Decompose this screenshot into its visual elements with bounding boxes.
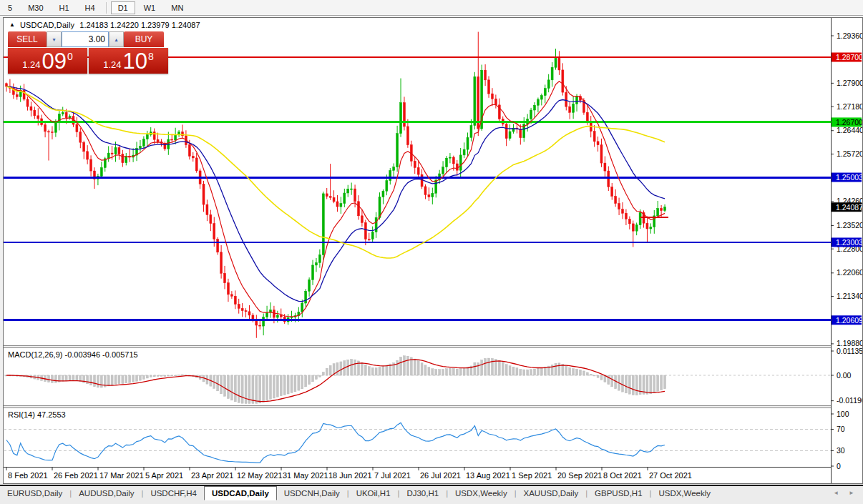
chart-tab-usdx-weekly[interactable]: USDX,Weekly	[651, 486, 718, 500]
one-click-trade-widget: SELL ▾ ▴ BUY 1.24090 1.24108	[8, 31, 168, 74]
timeframe-button-mn[interactable]: MN	[164, 1, 190, 14]
timeframe-toolbar: 5M30H1H4D1W1MN	[0, 0, 863, 16]
buy-button[interactable]: BUY	[124, 31, 164, 47]
level-price-badge-1.26700: 1.26700	[832, 117, 862, 127]
chart-ohlc-values: 1.24183 1.24220 1.23979 1.24087	[79, 21, 200, 29]
macd-indicator-label: MACD(12,26,9) -0.003946 -0.005715	[8, 350, 138, 359]
price-axis-tick-label: 1.26440	[837, 126, 862, 134]
chart-tab-usdx-weekly[interactable]: USDX,Weekly	[448, 486, 515, 500]
toolbar-separator	[106, 2, 107, 14]
volume-decrease-button[interactable]: ▾	[47, 31, 62, 47]
tab-prev-icon[interactable]: ◄	[833, 490, 839, 496]
chart-tab-usdcnh-daily[interactable]: USDCNH,Daily	[277, 486, 347, 500]
svg-text:1.28700: 1.28700	[836, 53, 862, 61]
timeframe-button-5[interactable]: 5	[1, 1, 19, 14]
time-axis-label: 8 Oct 2021	[603, 471, 642, 480]
macd-axis-label: -0.01190	[837, 396, 862, 405]
level-price-badge-1.20609: 1.20609	[832, 315, 862, 325]
time-axis-label: 12 May 2021	[237, 471, 283, 480]
chart-window-usdcad-daily: 1.293601.279001.271801.264401.257201.242…	[3, 17, 863, 484]
svg-text:1.23003: 1.23003	[836, 238, 862, 247]
svg-text:1.25003: 1.25003	[836, 173, 862, 182]
price-axis-tick-label: 1.27900	[837, 79, 862, 87]
chart-header: ▲ USDCAD,Daily 1.24183 1.24220 1.23979 1…	[9, 21, 200, 29]
chart-tab-ukoil-h1[interactable]: UKOil,H1	[349, 486, 398, 500]
timeframe-button-w1[interactable]: W1	[137, 1, 163, 14]
timeframe-button-h1[interactable]: H1	[52, 1, 77, 14]
rsi-axis-label: 70	[837, 425, 845, 433]
time-axis-label: 7 Jul 2021	[374, 471, 411, 480]
timeframe-button-m30[interactable]: M30	[21, 1, 50, 14]
volume-increase-button[interactable]: ▴	[109, 31, 124, 47]
svg-text:1.24087: 1.24087	[836, 203, 862, 212]
price-axis-tick-label: 1.21340	[837, 292, 862, 300]
time-axis-label: 13 Aug 2021	[466, 471, 510, 480]
level-price-badge-1.23003: 1.23003	[832, 237, 862, 247]
time-axis-label: 8 Feb 2021	[8, 471, 48, 480]
macd-axis-label: 0.01135	[837, 347, 862, 355]
price-chart-canvas: 1.293601.279001.271801.264401.257201.242…	[4, 18, 862, 483]
trading-platform-workspace: 5M30H1H4D1W1MN 1.293601.279001.271801.26…	[0, 0, 863, 504]
chart-tab-dj30-h1[interactable]: DJ30,H1	[399, 486, 446, 500]
sell-price-button[interactable]: 1.24090	[8, 48, 87, 74]
buy-price-sup: 8	[148, 51, 154, 62]
sell-price-prefix: 1.24	[22, 59, 40, 70]
spinner-up-icon: ▴	[114, 36, 117, 43]
macd-axis-label: 0.00	[837, 371, 852, 380]
price-axis-tick-label: 1.29360	[837, 31, 862, 40]
rsi-axis-label: 0	[837, 462, 841, 470]
svg-text:1.20609: 1.20609	[836, 316, 862, 325]
buy-price-big: 10	[123, 51, 147, 72]
svg-text:1.26700: 1.26700	[836, 118, 862, 127]
time-axis-label: 31 May 2021	[283, 471, 328, 480]
price-axis-tick-label: 1.23520	[837, 221, 862, 229]
time-axis-label: 17 Mar 2021	[99, 471, 144, 480]
price-axis-tick-label: 1.22060	[837, 268, 862, 277]
chart-tab-eurusd-daily[interactable]: EURUSD,Daily	[0, 486, 69, 500]
chart-tab-bar: EURUSD,Daily|AUDUSD,Daily|USDCHF,H4USDCA…	[0, 485, 863, 504]
sell-button[interactable]: SELL	[8, 31, 47, 47]
price-axis-tick-label: 1.27180	[837, 102, 862, 111]
chart-symbol-title: USDCAD,Daily	[20, 21, 74, 29]
rsi-indicator-label: RSI(14) 47.2553	[8, 410, 66, 419]
chart-tab-usdcad-daily[interactable]: USDCAD,Daily	[204, 486, 277, 500]
buy-price-button[interactable]: 1.24108	[89, 48, 168, 74]
chart-tab-gbpusd-h1[interactable]: GBPUSD,H1	[587, 486, 649, 500]
time-axis-label: 27 Oct 2021	[649, 471, 692, 480]
price-axis-tick-label: 1.25720	[837, 149, 862, 158]
rsi-axis-label: 100	[837, 410, 849, 418]
chart-tab-xauusd-daily[interactable]: XAUUSD,Daily	[517, 486, 586, 500]
time-axis-label: 20 Sep 2021	[557, 471, 602, 480]
tab-next-icon[interactable]: ►	[849, 490, 854, 496]
timeframe-button-d1[interactable]: D1	[111, 1, 135, 14]
time-axis-label: 5 Apr 2021	[145, 471, 183, 480]
tab-scroll-arrows: ◄►	[833, 486, 863, 496]
current-price-badge: 1.24087	[832, 202, 862, 212]
time-axis-label: 1 Sep 2021	[512, 471, 552, 480]
time-axis-label: 26 Jul 2021	[420, 471, 461, 480]
volume-input[interactable]	[62, 31, 109, 47]
level-price-badge-1.28700: 1.28700	[832, 53, 862, 62]
collapse-chart-icon[interactable]: ▲	[9, 22, 15, 28]
timeframe-button-h4[interactable]: H4	[78, 1, 102, 14]
chart-tab-audusd-daily[interactable]: AUDUSD,Daily	[72, 486, 141, 500]
time-axis-label: 23 Apr 2021	[191, 471, 233, 480]
buy-price-prefix: 1.24	[103, 59, 121, 70]
level-price-badge-1.25003: 1.25003	[832, 173, 862, 182]
time-axis-label: 26 Feb 2021	[54, 471, 98, 480]
rsi-axis-label: 30	[837, 446, 845, 455]
time-axis-label: 18 Jun 2021	[328, 471, 372, 480]
spinner-down-icon: ▾	[52, 36, 55, 43]
sell-price-sup: 0	[67, 51, 73, 62]
sell-price-big: 09	[42, 51, 67, 72]
chart-tab-usdchf-h4[interactable]: USDCHF,H4	[143, 486, 204, 500]
